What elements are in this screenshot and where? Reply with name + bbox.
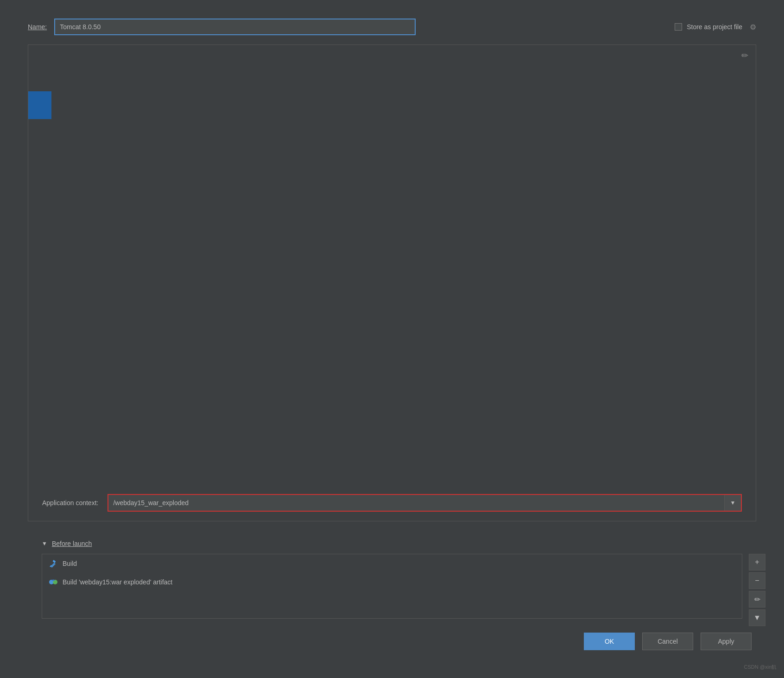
edit-button[interactable]: ✏ [749,591,765,608]
build-hammer-icon [49,559,58,568]
add-button[interactable]: + [749,554,765,570]
run-configuration-dialog: Name: Store as project file ⚙ ✏ Applicat… [0,0,784,678]
app-context-input-wrapper: ▼ [107,494,742,512]
apply-button[interactable]: Apply [701,633,752,650]
launch-list-container: Build Build 'webday15:war exploded' arti… [42,554,742,619]
launch-item-artifact-label: Build 'webday15:war exploded' artifact [63,578,172,586]
content-spacer [28,66,756,485]
store-as-project-checkbox[interactable] [675,23,682,31]
store-section: Store as project file ⚙ [675,23,756,32]
gear-icon[interactable]: ⚙ [750,23,756,32]
before-launch-section: ▼ Before launch Build [28,540,756,619]
launch-item-build[interactable]: Build [42,554,742,573]
edit-icon: ✏ [754,595,760,604]
side-actions: + − ✏ ▼ [749,554,765,626]
svg-rect-0 [52,560,56,563]
edit-pencil-icon[interactable]: ✏ [741,51,748,61]
add-icon: + [755,558,759,566]
artifact-icon [49,577,58,587]
launch-item-build-label: Build [63,560,77,567]
app-context-label: Application context: [42,499,98,507]
cancel-button[interactable]: Cancel [642,633,693,650]
name-input[interactable] [54,19,416,35]
watermark: CSDN @xin飢 [744,664,777,671]
pencil-area: ✏ [28,45,756,66]
remove-button[interactable]: − [749,572,765,589]
name-label: Name: [28,23,47,31]
top-row: Name: Store as project file ⚙ [28,19,756,35]
name-section: Name: [28,19,656,35]
move-down-icon: ▼ [753,614,761,622]
app-context-dropdown-button[interactable]: ▼ [724,495,741,511]
main-content-area: ✏ Application context: ▼ [28,44,756,521]
before-launch-title: Before launch [52,540,92,547]
ok-button[interactable]: OK [584,633,635,650]
store-as-project-label: Store as project file [687,23,742,31]
launch-list: Build Build 'webday15:war exploded' arti… [42,554,742,619]
remove-icon: − [755,577,759,585]
dropdown-chevron-icon: ▼ [730,500,736,506]
app-context-row: Application context: ▼ [28,485,756,521]
bottom-buttons-row: OK Cancel Apply [28,633,756,650]
before-launch-header: ▼ Before launch [42,540,742,547]
app-context-input[interactable] [108,495,724,511]
move-down-button[interactable]: ▼ [749,609,765,626]
left-tab-indicator [28,91,51,119]
collapse-arrow-icon[interactable]: ▼ [42,540,47,547]
launch-item-artifact[interactable]: Build 'webday15:war exploded' artifact [42,573,742,591]
